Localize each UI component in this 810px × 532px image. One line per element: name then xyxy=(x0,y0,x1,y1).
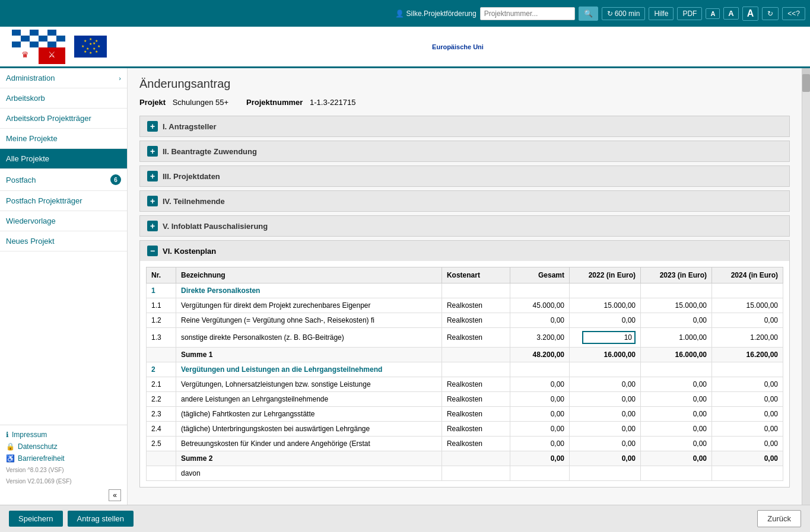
bavaria-logo: ♛ ⚔ xyxy=(6,29,71,65)
project-label: Projekt xyxy=(139,98,166,107)
barrierefreiheit-link[interactable]: ♿ Barrierefreiheit xyxy=(6,453,121,464)
cell-2022: 0,00 xyxy=(570,392,641,407)
sidebar-item-postfach[interactable]: Postfach 6 xyxy=(0,169,127,191)
cell-bezeichnung: Summe 2 xyxy=(176,451,442,466)
cell-gesamt: 45.000,00 xyxy=(510,298,570,313)
accordion-header-I[interactable]: + I. Antragsteller xyxy=(140,116,789,136)
save-button[interactable]: Speichern xyxy=(9,511,63,527)
cell-nr: 1.3 xyxy=(147,328,176,348)
cell-kostenart xyxy=(441,283,510,298)
accordion-header-VI[interactable]: − VI. Kostenplan xyxy=(140,241,789,261)
table-row: 2.2 andere Leistungen an Lehrgangsteilne… xyxy=(147,392,783,407)
font-small-button[interactable]: A xyxy=(706,8,720,19)
cell-bezeichnung: Vergütungen für direkt dem Projekt zurec… xyxy=(176,298,442,313)
cell-gesamt: 0,00 xyxy=(510,313,570,328)
cell-bezeichnung: davon xyxy=(176,466,442,481)
version1: Version ^8.0.23 (VSF) xyxy=(6,464,121,476)
cell-2023: 0,00 xyxy=(641,377,712,392)
cell-2024: 0,00 xyxy=(712,392,783,407)
topbar: 👤 Silke.Projektförderung 🔍 ↻ 600 min Hil… xyxy=(0,0,810,27)
sidebar-item-administration[interactable]: Administration › xyxy=(0,68,127,88)
accordion-toggle-IV[interactable]: + xyxy=(147,196,158,206)
hilfe-button[interactable]: Hilfe xyxy=(649,7,674,20)
accordion-toggle-I[interactable]: + xyxy=(147,121,158,132)
eu-flag: ★ ★ ★ ★ ★ ★ ★ ★ ★ ★ ★ ★ xyxy=(74,36,107,58)
cell-bezeichnung: Betreuungskosten für Kinder und andere A… xyxy=(176,437,442,451)
cell-2024: 15.000,00 xyxy=(712,298,783,313)
cell-2024 xyxy=(712,466,783,481)
sidebar-item-arbeitskorb-pt[interactable]: Arbeitskorb Projektträger xyxy=(0,109,127,129)
svg-rect-9 xyxy=(30,36,39,42)
col-bezeichnung: Bezeichnung xyxy=(176,267,442,283)
scrollbar[interactable] xyxy=(802,68,810,505)
svg-rect-18 xyxy=(56,42,65,47)
cell-kostenart: Realkosten xyxy=(441,437,510,451)
cell-2023: 0,00 xyxy=(641,407,712,422)
svg-rect-1 xyxy=(12,30,21,36)
cell-bezeichnung: sonstige direkte Personalkosten (z. B. B… xyxy=(176,328,442,348)
zuruck-button[interactable]: Zurück xyxy=(757,510,801,527)
back-nav-button[interactable]: <<? xyxy=(782,7,805,20)
cell-nr: 2.2 xyxy=(147,392,176,407)
cell-gesamt xyxy=(510,466,570,481)
cell-2022: 0,00 xyxy=(570,377,641,392)
sidebar-item-postfach-pt[interactable]: Postfach Projektträger xyxy=(0,191,127,211)
cell-2023: 0,00 xyxy=(641,422,712,437)
input-1-3-2022[interactable]: 10 xyxy=(582,331,636,344)
cell-2023: 1.000,00 xyxy=(641,328,712,348)
font-medium-button[interactable]: A xyxy=(723,7,738,20)
alle-projekte-label: Alle Projekte xyxy=(6,154,49,163)
svg-rect-2 xyxy=(21,30,30,36)
project-value: Schulungen 55+ xyxy=(173,98,228,107)
refresh-button[interactable]: ↻ xyxy=(762,7,779,20)
sidebar-item-wiedervorlage[interactable]: Wiedervorlage xyxy=(0,211,127,231)
datenschutz-icon: 🔒 xyxy=(6,442,15,451)
projektnummer-input[interactable] xyxy=(480,7,575,20)
collapse-sidebar-button[interactable]: « xyxy=(109,489,121,501)
action-bar-left: Speichern Antrag stellen xyxy=(9,511,134,527)
cell-2022: 0,00 xyxy=(570,451,641,466)
accordion-toggle-VI[interactable]: − xyxy=(147,246,158,256)
cell-2022: 0,00 xyxy=(570,313,641,328)
meine-projekte-label: Meine Projekte xyxy=(6,134,58,143)
sidebar-item-alle-projekte[interactable]: Alle Projekte xyxy=(0,149,127,169)
datenschutz-link[interactable]: 🔒 Datenschutz xyxy=(6,441,121,453)
cell-2022-input[interactable]: 10 xyxy=(570,328,641,348)
sidebar-item-neues-projekt[interactable]: Neues Projekt xyxy=(0,231,127,251)
accordion-header-III[interactable]: + III. Projektdaten xyxy=(140,166,789,186)
eu-flag-svg: ★ ★ ★ ★ ★ ★ ★ ★ ★ ★ ★ ★ xyxy=(74,36,107,58)
accordion-header-II[interactable]: + II. Beantragte Zuwendung xyxy=(140,141,789,161)
accordion-section-VI: − VI. Kostenplan Nr. Bezeichnung Kostena… xyxy=(139,240,790,488)
sidebar-item-meine-projekte[interactable]: Meine Projekte xyxy=(0,129,127,149)
pdf-button[interactable]: PDF xyxy=(677,7,702,20)
cell-kostenart: Realkosten xyxy=(441,377,510,392)
cost-table: Nr. Bezeichnung Kostenart Gesamt 2022 (i… xyxy=(146,267,783,481)
svg-text:★: ★ xyxy=(89,51,92,55)
cell-2024: 0,00 xyxy=(712,407,783,422)
table-row: 1.3 sonstige direkte Personalkosten (z. … xyxy=(147,328,783,348)
accordion-header-V[interactable]: + V. Infoblatt Pauschalisierung xyxy=(140,216,789,236)
cell-nr: 2.4 xyxy=(147,422,176,437)
timer-button[interactable]: ↻ 600 min xyxy=(602,7,646,20)
cell-2023: 0,00 xyxy=(641,437,712,451)
font-large-button[interactable]: A xyxy=(742,7,759,21)
antrag-stellen-button[interactable]: Antrag stellen xyxy=(68,511,134,527)
cell-2024: 16.200,00 xyxy=(712,348,783,362)
accordion-toggle-II[interactable]: + xyxy=(147,146,158,157)
svg-text:♛: ♛ xyxy=(21,50,29,59)
cell-kostenart xyxy=(441,451,510,466)
accordion-label-V: V. Infoblatt Pauschalisierung xyxy=(163,222,268,231)
projektnummer-field: Projektnummer 1-1.3-221715 xyxy=(246,98,355,107)
cell-2022: 15.000,00 xyxy=(570,298,641,313)
cell-2023: 0,00 xyxy=(641,451,712,466)
cell-bezeichnung: (tägliche) Fahrtkosten zur Lehrgangsstät… xyxy=(176,407,442,422)
cell-2024: 1.200,00 xyxy=(712,328,783,348)
search-button[interactable]: 🔍 xyxy=(579,7,598,21)
accordion-header-IV[interactable]: + IV. Teilnehmende xyxy=(140,191,789,211)
sidebar-item-arbeitskorb[interactable]: Arbeitskorb xyxy=(0,88,127,109)
cell-nr: 2.3 xyxy=(147,407,176,422)
accordion-toggle-V[interactable]: + xyxy=(147,221,158,231)
accordion-toggle-III[interactable]: + xyxy=(147,171,158,181)
table-row: 2.4 (tägliche) Unterbringungskosten bei … xyxy=(147,422,783,437)
impressum-link[interactable]: ℹ Impressum xyxy=(6,429,121,441)
